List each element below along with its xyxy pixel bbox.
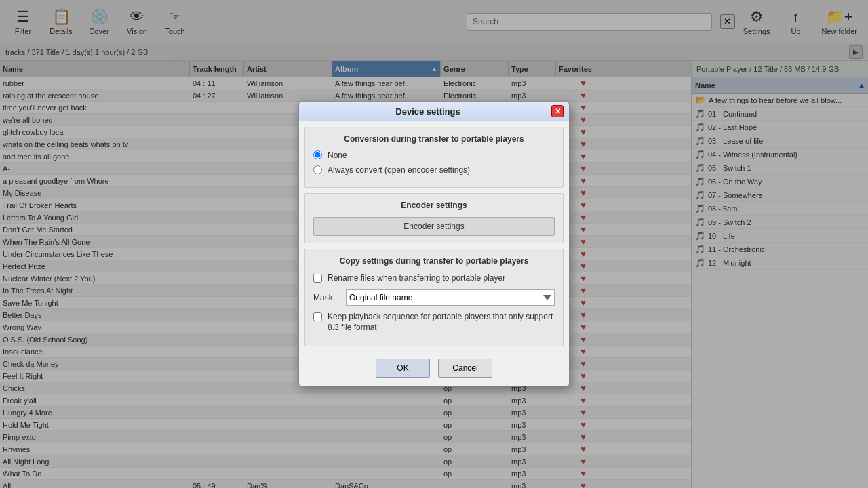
keep-sequence-checkbox[interactable] — [313, 312, 322, 321]
keep-sequence-label: Keep playback sequence for portable play… — [328, 311, 555, 334]
radio-convert-label: Always convert (open encoder settings) — [328, 165, 470, 175]
copy-section: Copy settings during transfer to portabl… — [304, 249, 564, 346]
rename-row[interactable]: Rename files when transferring to portab… — [313, 272, 555, 284]
dialog-close-button[interactable]: ✕ — [551, 105, 564, 117]
mask-label: Mask: — [313, 293, 340, 302]
radio-convert[interactable] — [313, 165, 322, 174]
ok-button[interactable]: OK — [376, 359, 430, 378]
rename-label: Rename files when transferring to portab… — [328, 272, 505, 284]
dialog-title-bar: Device settings ✕ — [299, 102, 569, 121]
encoder-section-title: Encoder settings — [313, 201, 555, 210]
mask-row: Mask: Original file nameCustom — [313, 289, 555, 306]
mask-select[interactable]: Original file nameCustom — [346, 289, 555, 306]
device-settings-dialog: Device settings ✕ Conversion during tran… — [298, 102, 570, 386]
dialog-overlay: Device settings ✕ Conversion during tran… — [0, 0, 868, 488]
keep-sequence-row[interactable]: Keep playback sequence for portable play… — [313, 311, 555, 334]
radio-none-label: None — [328, 150, 347, 160]
dialog-title: Device settings — [304, 106, 551, 117]
encoder-section: Encoder settings Encoder settings — [304, 193, 564, 243]
radio-none[interactable] — [313, 150, 322, 159]
dialog-footer: OK Cancel — [299, 352, 569, 386]
encoder-settings-button[interactable]: Encoder settings — [313, 217, 555, 236]
conversion-section-title: Conversion during transfer to portable p… — [313, 134, 555, 144]
radio-none-row[interactable]: None — [313, 150, 555, 160]
rename-checkbox[interactable] — [313, 274, 322, 283]
copy-section-title: Copy settings during transfer to portabl… — [313, 256, 555, 266]
cancel-button[interactable]: Cancel — [438, 359, 492, 378]
radio-convert-row[interactable]: Always convert (open encoder settings) — [313, 165, 555, 175]
conversion-section: Conversion during transfer to portable p… — [304, 127, 564, 188]
